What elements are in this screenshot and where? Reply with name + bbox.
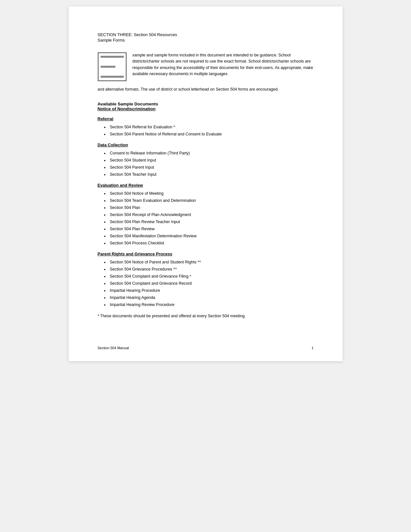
page-footer: Section 504 Manual 1: [98, 346, 314, 350]
list-item: Section 504 Referral for Evaluation ^: [104, 124, 314, 130]
notice-of-nondiscrimination-heading: Notice of Nondiscrimination: [98, 106, 314, 111]
section-header-line1: SECTION THREE: Section 504 Resources: [98, 32, 314, 37]
list-item: Section 504 Parent Notice of Referral an…: [104, 131, 314, 137]
referral-section: Referral Section 504 Referral for Evalua…: [98, 116, 314, 137]
list-item: Consent to Release Information (Third Pa…: [104, 150, 314, 156]
e-line-top: [101, 56, 124, 58]
section-header-line2: Sample Forms: [98, 38, 314, 43]
evaluation-review-list: Section 504 Notice of Meeting Section 50…: [98, 190, 314, 246]
list-item: Section 504 Complaint and Grievance Fili…: [104, 273, 314, 280]
list-item: Section 504 Teacher Input: [104, 171, 314, 178]
data-collection-section: Data Collection Consent to Release Infor…: [98, 143, 314, 178]
list-item: Section 504 Parent Input: [104, 164, 314, 171]
list-item: Section 504 Plan Review Teacher Input: [104, 219, 314, 225]
document-page: SECTION THREE: Section 504 Resources Sam…: [69, 6, 343, 361]
list-item: Section 504 Process Checklist: [104, 240, 314, 246]
list-item: Section 504 Student Input: [104, 157, 314, 163]
e-line-middle: [101, 66, 116, 68]
list-item: Section 504 Team Evaluation and Determin…: [104, 197, 314, 204]
list-item: Section 504 Complaint and Grievance Reco…: [104, 280, 314, 287]
list-item: Section 504 Receipt of Plan Acknowledgme…: [104, 212, 314, 218]
parent-rights-list: Section 504 Notice of Parent and Student…: [98, 259, 314, 308]
list-item: Impartial Hearing Agenda: [104, 294, 314, 301]
parent-rights-heading: Parent Rights and Grievance Process: [98, 251, 314, 256]
data-collection-list: Consent to Release Information (Third Pa…: [98, 150, 314, 178]
data-collection-heading: Data Collection: [98, 143, 314, 147]
list-item: Impartial Hearing Procedure: [104, 287, 314, 294]
referral-heading: Referral: [98, 116, 314, 121]
list-item: Section 504 Notice of Meeting: [104, 190, 314, 197]
intro-continuation-text: and alternative formats. The use of dist…: [98, 86, 314, 93]
e-line-bottom: [101, 76, 124, 78]
intro-text-beside-dropcap: xample and sample forms included in this…: [132, 52, 314, 77]
footer-manual-label: Section 504 Manual: [98, 346, 129, 350]
list-item: Section 504 Notice of Parent and Student…: [104, 259, 314, 265]
footnote-text: * These documents should be presented an…: [98, 313, 314, 319]
list-item: Section 504 Grievance Procedures *^: [104, 266, 314, 272]
evaluation-review-heading: Evaluation and Review: [98, 183, 314, 188]
list-item: Section 504 Manifestation Determination …: [104, 233, 314, 239]
list-item: Section 504 Plan: [104, 204, 314, 211]
available-documents-section: Available Sample Documents Notice of Non…: [98, 102, 314, 111]
intro-block: xample and sample forms included in this…: [98, 52, 314, 81]
available-documents-heading: Available Sample Documents: [98, 102, 314, 106]
evaluation-review-section: Evaluation and Review Section 504 Notice…: [98, 183, 314, 246]
drop-cap-box: [98, 52, 127, 81]
list-item: Section 504 Plan Review: [104, 226, 314, 232]
list-item: Impartial Hearing Review Procedure: [104, 301, 314, 308]
footer-page-number: 1: [311, 346, 313, 350]
referral-list: Section 504 Referral for Evaluation ^ Se…: [98, 124, 314, 137]
parent-rights-section: Parent Rights and Grievance Process Sect…: [98, 251, 314, 308]
